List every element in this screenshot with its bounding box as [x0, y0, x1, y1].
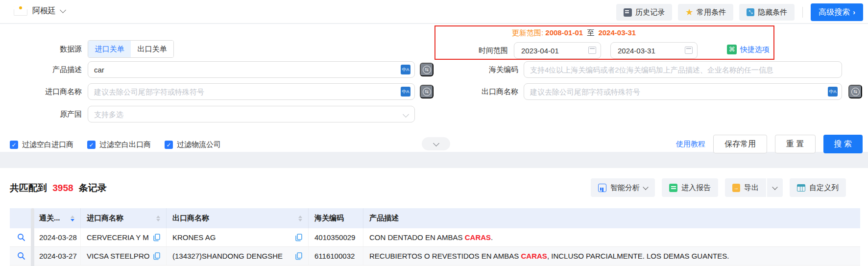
search-button[interactable]: 搜 索	[823, 135, 863, 153]
country-name: 阿根廷	[32, 6, 56, 16]
quick-options-link[interactable]: ⌘ 快捷选项	[727, 45, 770, 54]
importer-label: 进口商名称	[10, 83, 82, 100]
checkbox-checked-icon: ✓	[10, 141, 18, 149]
hs-code-wrap	[524, 61, 842, 78]
header-product-desc: 产品描述	[363, 208, 860, 228]
table-columns-icon	[797, 184, 805, 192]
translate-icon[interactable]: 中A	[401, 65, 410, 74]
product-desc-cell: RECUBIERTOS O REVESTIDOS EN AMBAS CARAS,…	[363, 247, 860, 265]
update-range-start: 2008-01-01	[545, 28, 583, 37]
update-range-end: 2024-03-31	[598, 28, 636, 37]
row-detail-cell	[10, 247, 33, 265]
exchange-icon: ⇆	[851, 88, 860, 96]
country-selector[interactable]: 阿根廷	[14, 6, 65, 16]
copy-icon[interactable]	[153, 234, 160, 242]
match-mode-button[interactable]: ⇆	[420, 85, 434, 98]
tab-export-declarations[interactable]: 出口关单	[131, 41, 173, 57]
reset-button[interactable]: 重 置	[775, 135, 815, 153]
end-date-wrap	[610, 42, 698, 59]
favorites-button[interactable]: ★ 常用条件	[678, 4, 733, 21]
export-button[interactable]: → 导出	[725, 178, 766, 197]
exchange-icon: ⇆	[423, 66, 431, 74]
update-range-to: 至	[587, 28, 594, 37]
table-header-row: 通关... 进口商名称 出口商名称 海关编码 产品描述	[10, 208, 860, 228]
bi-chart-icon	[598, 184, 606, 192]
checkbox-filter-blank-exporter[interactable]: ✓ 过滤空白出口商	[87, 140, 151, 149]
custom-columns-button[interactable]: 自定义列	[790, 178, 846, 197]
origin-country-input[interactable]	[88, 106, 415, 122]
time-range-label: 时间范围	[435, 42, 508, 59]
checkbox-checked-icon: ✓	[87, 141, 96, 149]
exporter-label: 出口商名称	[475, 83, 518, 100]
clearance-date-cell: 2024-03-28	[33, 228, 81, 246]
calendar-icon[interactable]	[588, 47, 596, 54]
match-count: 3958	[52, 183, 73, 193]
chevron-down-icon	[60, 7, 66, 13]
summary-prefix: 共匹配到	[10, 183, 47, 193]
table-scrollbar[interactable]	[31, 208, 34, 266]
hs-code-cell: 6116100032	[309, 247, 363, 265]
collapse-icon: ⤡	[747, 8, 754, 16]
hs-code-cell: 4010350029	[309, 228, 363, 246]
smart-analysis-button[interactable]: 智能分析	[591, 178, 655, 197]
top-bar: 阿根廷 历史记录 ★ 常用条件 ⤡ 隐藏条件 高级搜索 ›	[0, 0, 868, 24]
chevron-down-icon	[772, 184, 777, 190]
report-icon	[669, 184, 677, 192]
highlighted-keyword: CARAS	[521, 252, 547, 260]
history-button[interactable]: 历史记录	[616, 4, 672, 21]
advanced-search-button[interactable]: 高级搜索 ›	[811, 3, 863, 21]
product-desc-label: 产品描述	[10, 61, 82, 78]
search-icon[interactable]	[17, 252, 25, 260]
checkbox-filter-logistics[interactable]: ✓ 过滤物流公司	[165, 140, 221, 149]
chevron-down-icon	[433, 140, 439, 146]
data-source-label: 数据源	[10, 41, 82, 57]
hs-code-label: 海关编码	[475, 61, 518, 78]
search-icon[interactable]	[17, 233, 25, 242]
header-clearance-date[interactable]: 通关...	[33, 208, 81, 228]
checkbox-filter-blank-importer[interactable]: ✓ 过滤空白进口商	[10, 140, 73, 149]
translate-icon[interactable]: 中A	[828, 87, 838, 97]
start-date-wrap	[514, 42, 601, 59]
hide-conditions-button[interactable]: ⤡ 隐藏条件	[739, 4, 795, 21]
copy-icon[interactable]	[153, 252, 160, 260]
header-importer[interactable]: 进口商名称	[81, 208, 167, 228]
summary-suffix: 条记录	[79, 183, 107, 193]
sort-icons[interactable]	[156, 216, 160, 221]
table-row[interactable]: 2024-03-27 VICSA STEELPRO (134327)SHANDO…	[10, 247, 860, 266]
match-mode-button[interactable]: ⇆	[420, 63, 434, 76]
sort-icons[interactable]	[298, 216, 302, 221]
exporter-wrap: 中A	[524, 83, 842, 100]
product-desc-cell: CON DENTADO EN AMBAS CARAS.	[363, 228, 860, 246]
enter-report-button[interactable]: 进入报告	[662, 178, 718, 197]
exporter-input[interactable]	[524, 83, 842, 100]
form-actions: 使用教程 保存常用 重 置 搜 索	[676, 135, 863, 153]
results-section: 共匹配到 3958 条记录 智能分析 进入报告 → 导出 自定义列	[0, 168, 868, 266]
save-favorite-button[interactable]: 保存常用	[713, 135, 767, 153]
results-actions: 智能分析 进入报告 → 导出 自定义列	[591, 178, 846, 197]
header-exporter[interactable]: 出口商名称	[167, 208, 309, 228]
importer-input[interactable]	[88, 83, 415, 100]
update-range: 更新范围: 2008-01-01 至 2024-03-31	[512, 28, 636, 38]
export-options-button[interactable]	[767, 178, 783, 197]
tab-import-declarations[interactable]: 进口关单	[88, 41, 131, 57]
origin-country-select[interactable]	[88, 106, 415, 122]
collapse-form-button[interactable]	[422, 137, 450, 150]
hs-code-input[interactable]	[524, 61, 842, 78]
star-icon: ★	[685, 8, 693, 17]
argentina-flag-icon	[14, 6, 27, 16]
importer-cell: CERVECERIA Y M	[81, 228, 167, 246]
sort-icons[interactable]	[71, 216, 74, 221]
copy-icon[interactable]	[295, 234, 302, 242]
product-desc-input[interactable]	[88, 61, 415, 78]
header-hs-code: 海关编码	[309, 208, 363, 228]
match-mode-button[interactable]: ⇆	[848, 85, 862, 98]
table-row[interactable]: 2024-03-28 CERVECERIA Y M KRONES AG 4010…	[10, 228, 860, 247]
copy-icon[interactable]	[295, 252, 302, 260]
chevron-down-icon	[643, 184, 648, 190]
calendar-icon[interactable]	[685, 47, 693, 54]
data-source-tabs: 进口关单 出口关单	[88, 40, 174, 58]
tutorial-link[interactable]: 使用教程	[676, 140, 705, 149]
clearance-date-cell: 2024-03-27	[33, 247, 81, 265]
translate-icon[interactable]: 中A	[401, 87, 410, 97]
command-icon: ⌘	[727, 45, 737, 54]
